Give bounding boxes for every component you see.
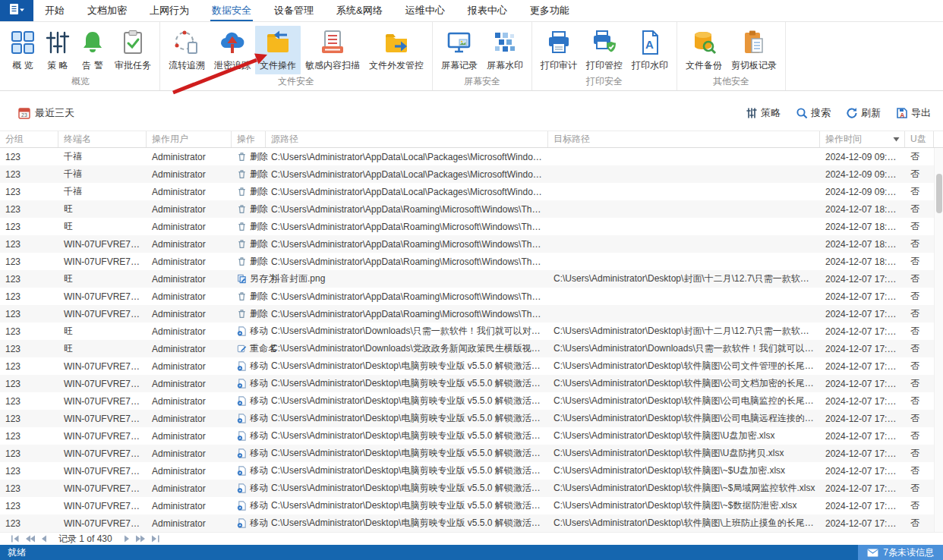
column-header-source-path[interactable]: 源路径 — [266, 131, 548, 147]
operation-cell: 删除 — [232, 168, 266, 181]
unread-messages-button[interactable]: 7条未读信息 — [858, 545, 943, 560]
table-row[interactable]: 123千禧Administrator删除C:\Users\Administrat… — [0, 148, 943, 165]
clipboard-check-icon — [120, 30, 146, 55]
trash-icon — [237, 256, 247, 266]
column-header-operation[interactable]: 操作 — [232, 131, 266, 147]
column-header-terminal[interactable]: 终端名 — [58, 131, 147, 147]
table-row[interactable]: 123千禧Administrator删除C:\Users\Administrat… — [0, 165, 943, 183]
app-menu-button[interactable] — [0, 0, 33, 21]
move-icon — [237, 379, 247, 389]
table-row[interactable]: 123WIN-07UFVRE7CN9Administrator移动C:\User… — [0, 392, 943, 410]
ribbon-button[interactable]: 剪切板记录 — [727, 26, 781, 74]
table-row[interactable]: 123WIN-07UFVRE7CN9Administrator移动C:\User… — [0, 375, 943, 392]
table-row[interactable]: 123旺Administrator移动C:\Users\Administrato… — [0, 322, 943, 340]
menu-item[interactable]: 报表中心 — [456, 0, 519, 21]
column-header-time[interactable]: 操作时间 — [820, 131, 905, 147]
ribbon-group-label: 屏幕安全 — [437, 74, 528, 92]
operation-cell: 移动 — [232, 447, 266, 460]
table-row[interactable]: 123WIN-07UFVRE7CN9Administrator移动C:\User… — [0, 514, 943, 532]
ribbon-button[interactable]: 屏幕记录 — [437, 26, 482, 74]
table-row[interactable]: 123WIN-07UFVRE7CN9Administrator删除C:\User… — [0, 288, 943, 305]
trash-icon — [237, 187, 247, 197]
ribbon-button-label: 审批任务 — [115, 59, 151, 72]
toolbar-action-sliders-small[interactable]: 策略 — [746, 106, 781, 120]
scrollbar-thumb[interactable] — [936, 174, 942, 213]
operation-cell: 另存为 — [232, 272, 266, 285]
trash-icon — [237, 309, 247, 319]
table-row[interactable]: 123旺Administrator另存为抖音封面.pngC:\Users\Adm… — [0, 270, 943, 288]
ribbon-button[interactable]: 文件备份 — [681, 26, 727, 74]
ribbon-button[interactable]: A打印水印 — [627, 26, 673, 74]
ribbon-button-label: 屏幕水印 — [487, 59, 523, 72]
column-header-user[interactable]: 操作用户 — [147, 131, 232, 147]
ribbon-button[interactable]: 打印审计 — [536, 26, 582, 74]
ribbon-button[interactable]: 屏幕水印 — [482, 26, 528, 74]
menu-item[interactable]: 上网行为 — [138, 0, 200, 21]
ribbon-button-label: 敏感内容扫描 — [305, 59, 360, 72]
ribbon-button[interactable]: 敏感内容扫描 — [301, 26, 364, 74]
table-row[interactable]: 123WIN-07UFVRE7CN9Administrator移动C:\User… — [0, 462, 943, 480]
menu-item[interactable]: 系统&网络 — [325, 0, 394, 21]
record-navigator: 记录 1 of 430 — [0, 532, 943, 545]
vertical-scrollbar[interactable] — [934, 148, 943, 532]
nav-last-icon[interactable] — [151, 535, 160, 543]
table-row[interactable]: 123旺Administrator删除C:\Users\Administrato… — [0, 218, 943, 235]
ribbon-button[interactable]: 流转追溯 — [164, 26, 210, 74]
toolbar-action-export[interactable]: A导出 — [896, 106, 931, 120]
ribbon-button[interactable]: 文件操作 — [255, 26, 301, 74]
cloud-upload-icon — [219, 30, 245, 55]
trash-icon — [237, 204, 247, 214]
search-icon — [796, 107, 808, 119]
ribbon-button[interactable]: 审批任务 — [110, 26, 156, 74]
table-row[interactable]: 123千禧Administrator删除C:\Users\Administrat… — [0, 183, 943, 200]
nav-prev-page-icon[interactable] — [25, 535, 36, 543]
toolbar-action-search[interactable]: 搜索 — [796, 106, 831, 120]
table-row[interactable]: 123WIN-07UFVRE7CN9Administrator移动C:\User… — [0, 410, 943, 427]
menu-item[interactable]: 更多功能 — [519, 0, 581, 21]
trash-icon — [237, 239, 247, 249]
menu-item[interactable]: 设备管理 — [263, 0, 325, 21]
ribbon-button[interactable]: 概 览 — [5, 26, 40, 74]
table-row[interactable]: 123旺Administrator重命名C:\Users\Administrat… — [0, 340, 943, 357]
ribbon-button[interactable]: 策 略 — [40, 26, 75, 74]
ribbon-button[interactable]: 文件外发管控 — [364, 26, 428, 74]
table-row[interactable]: 123旺Administrator删除C:\Users\Administrato… — [0, 200, 943, 218]
menu-item[interactable]: 运维中心 — [394, 0, 456, 21]
nav-next-page-icon[interactable] — [135, 535, 146, 543]
column-header-group[interactable]: 分组 — [0, 131, 58, 147]
table-row[interactable]: 123WIN-07UFVRE7CN9Administrator移动C:\User… — [0, 497, 943, 514]
screen-record-icon — [446, 30, 472, 55]
ribbon-button[interactable]: 泄密追踪 — [210, 26, 255, 74]
column-header-usb[interactable]: U盘 — [905, 131, 934, 147]
nav-first-icon[interactable] — [11, 535, 20, 543]
table-row[interactable]: 123WIN-07UFVRE7CN9Administrator移动C:\User… — [0, 357, 943, 375]
nav-next-icon[interactable] — [124, 535, 130, 543]
ribbon-button[interactable]: 告 警 — [75, 26, 110, 74]
status-text: 就绪 — [0, 546, 26, 559]
ribbon-button-label: 剪切板记录 — [731, 59, 777, 72]
menu-item[interactable]: 文档加密 — [76, 0, 138, 21]
move-icon — [237, 448, 247, 458]
toolbar-action-refresh[interactable]: 刷新 — [846, 106, 881, 120]
table-row[interactable]: 123WIN-07UFVRE7CN9Administrator移动C:\User… — [0, 480, 943, 497]
date-range-filter[interactable]: 23 最近三天 — [18, 106, 74, 120]
table-row[interactable]: 123WIN-07UFVRE7CN9Administrator删除C:\User… — [0, 305, 943, 322]
menu-item[interactable]: 开始 — [33, 0, 76, 21]
printer-shield-icon — [591, 30, 617, 55]
menu-item[interactable]: 数据安全 — [200, 0, 263, 21]
column-header-target-path[interactable]: 目标路径 — [548, 131, 820, 147]
table-row[interactable]: 123WIN-07UFVRE7CN9Administrator删除C:\User… — [0, 235, 943, 253]
ribbon-button[interactable]: 打印管控 — [582, 26, 627, 74]
toolbar-action-label: 策略 — [761, 106, 781, 120]
move-icon — [237, 431, 247, 441]
table-row[interactable]: 123WIN-07UFVRE7CN9Administrator移动C:\User… — [0, 427, 943, 445]
unread-messages-label: 7条未读信息 — [883, 546, 934, 559]
svg-text:A: A — [900, 112, 904, 119]
ribbon-group-label: 打印安全 — [536, 74, 673, 92]
sliders-icon — [45, 30, 71, 55]
column-header-filler — [934, 131, 943, 147]
table-row[interactable]: 123WIN-07UFVRE7CN9Administrator移动C:\User… — [0, 445, 943, 462]
table-row[interactable]: 123WIN-07UFVRE7CN9Administrator删除C:\User… — [0, 253, 943, 270]
record-count-label: 记录 1 of 430 — [58, 533, 112, 546]
nav-prev-icon[interactable] — [41, 535, 47, 543]
